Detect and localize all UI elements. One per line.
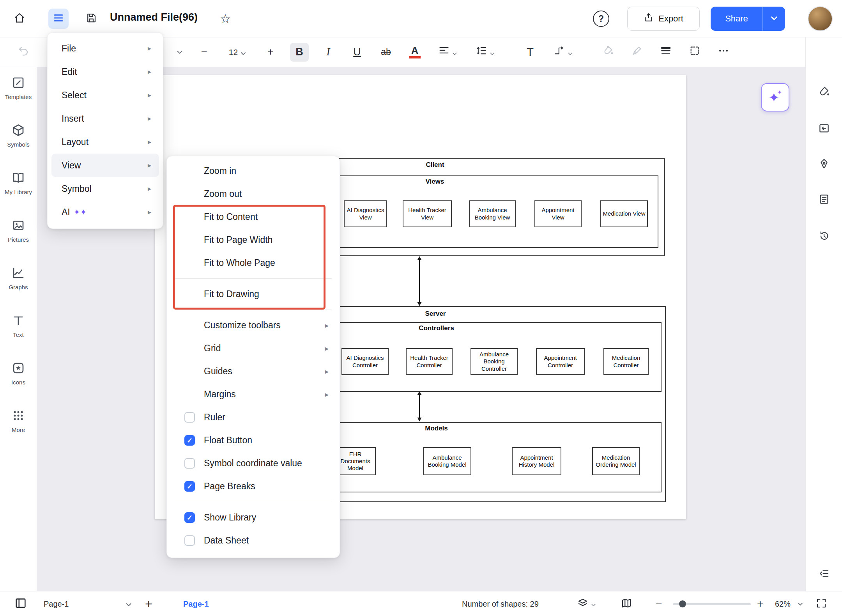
undo-button[interactable]	[14, 43, 33, 62]
minimap-button[interactable]	[621, 591, 632, 616]
sidebar-item-symbols[interactable]: Symbols	[0, 123, 37, 171]
collapse-panel-button[interactable]	[815, 565, 833, 584]
sidebar-item-pictures[interactable]: Pictures	[0, 218, 37, 266]
submenu-item-grid[interactable]: Grid▸	[172, 337, 335, 360]
show-library-checkbox[interactable]	[184, 512, 195, 523]
float-button-checkbox[interactable]	[184, 435, 195, 446]
underline-button[interactable]: U	[348, 43, 366, 62]
import-panel-button[interactable]	[815, 120, 833, 138]
submenu-item-fit-to-content[interactable]: Fit to Content	[172, 205, 335, 228]
ruler-checkbox[interactable]	[184, 412, 195, 423]
view-shape[interactable]: Ambulance Booking View	[469, 200, 516, 227]
menu-item-select[interactable]: Select▸	[51, 83, 159, 107]
fullscreen-button[interactable]	[815, 591, 827, 616]
model-shape[interactable]: Appointment History Model	[512, 447, 561, 475]
zoom-level-chevron[interactable]	[798, 591, 803, 616]
font-size-select[interactable]: 12	[224, 43, 251, 62]
view-shape[interactable]: Medication View	[600, 200, 648, 227]
submenu-item-fit-to-whole-page[interactable]: Fit to Whole Page	[172, 251, 335, 274]
line-spacing-button[interactable]	[472, 43, 499, 62]
page-selector[interactable]: Page-1	[44, 591, 132, 616]
view-shape[interactable]: Appointment View	[534, 200, 582, 227]
font-size-increase-button[interactable]: +	[261, 43, 280, 62]
submenu-item-float-button[interactable]: Float Button	[172, 429, 335, 452]
share-dropdown-button[interactable]	[762, 7, 785, 31]
connector-tool-button[interactable]	[550, 43, 577, 62]
model-shape[interactable]: EHR Documents Model	[335, 447, 376, 475]
italic-button[interactable]: I	[319, 43, 338, 62]
layers-button[interactable]	[577, 591, 596, 616]
save-button[interactable]	[81, 9, 101, 29]
history-panel-button[interactable]	[815, 227, 833, 246]
export-button[interactable]: Export	[627, 7, 700, 31]
submenu-item-margins[interactable]: Margins▸	[172, 383, 335, 406]
highlighter-button[interactable]	[628, 43, 646, 62]
zoom-level[interactable]: 62%	[775, 591, 791, 616]
menu-item-view[interactable]: View▸	[51, 154, 159, 177]
theme-format-button[interactable]	[815, 83, 833, 102]
zoom-slider-track[interactable]	[673, 603, 751, 605]
submenu-item-guides[interactable]: Guides▸	[172, 360, 335, 383]
menu-item-insert[interactable]: Insert▸	[51, 107, 159, 130]
submenu-item-page-breaks[interactable]: Page Breaks	[172, 475, 335, 498]
controller-shape[interactable]: Medication Controller	[603, 348, 649, 375]
client-server-connector[interactable]	[416, 256, 423, 306]
controller-shape[interactable]: Health Tracker Controller	[406, 348, 453, 375]
view-shape[interactable]: Health Tracker View	[403, 200, 452, 227]
menu-item-file[interactable]: File▸	[51, 37, 159, 60]
font-size-decrease-button[interactable]: −	[195, 43, 214, 62]
submenu-item-zoom-in[interactable]: Zoom in	[172, 159, 335, 182]
add-page-button[interactable]: +	[145, 591, 152, 616]
help-button[interactable]: ?	[591, 9, 611, 29]
symbol-tools-button[interactable]	[815, 155, 833, 174]
notes-panel-button[interactable]	[815, 191, 833, 209]
fill-color-button[interactable]	[599, 43, 617, 62]
font-family-select-chevron[interactable]	[175, 43, 185, 62]
menu-item-ai[interactable]: AI✦✦▸	[51, 200, 159, 224]
main-menu-button[interactable]	[48, 9, 69, 29]
symbol-coordinate-checkbox[interactable]	[184, 458, 195, 469]
more-tools-button[interactable]	[714, 43, 733, 62]
font-color-button[interactable]: A	[405, 43, 424, 62]
sidebar-item-more[interactable]: More	[0, 409, 37, 456]
border-style-button[interactable]	[685, 43, 704, 62]
menu-item-layout[interactable]: Layout▸	[51, 130, 159, 154]
controller-shape[interactable]: Appointment Controller	[536, 348, 585, 375]
sidebar-item-icons[interactable]: Icons	[0, 361, 37, 409]
line-style-button[interactable]	[656, 43, 675, 62]
submenu-item-customize-toolbars[interactable]: Customize toolbars▸	[172, 314, 335, 337]
sidebar-item-graphs[interactable]: Graphs	[0, 266, 37, 313]
bold-button[interactable]: B	[290, 43, 309, 62]
model-shape[interactable]: Medication Ordering Model	[592, 447, 640, 475]
page-breaks-checkbox[interactable]	[184, 481, 195, 492]
text-align-button[interactable]	[434, 43, 462, 62]
share-button[interactable]: Share	[711, 7, 762, 31]
user-avatar[interactable]	[808, 6, 833, 31]
zoom-slider-handle[interactable]	[679, 600, 686, 607]
page-overview-button[interactable]	[14, 591, 27, 616]
data-sheet-checkbox[interactable]	[184, 535, 195, 546]
sidebar-item-my-library[interactable]: My Library	[0, 171, 37, 218]
menu-item-edit[interactable]: Edit▸	[51, 60, 159, 83]
submenu-item-symbol-coordinate-value[interactable]: Symbol coordinate value	[172, 452, 335, 475]
submenu-item-ruler[interactable]: Ruler	[172, 406, 335, 429]
zoom-out-button[interactable]: −	[656, 591, 662, 616]
submenu-item-fit-to-drawing[interactable]: Fit to Drawing	[172, 283, 335, 306]
ai-assistant-button[interactable]: ✦✦	[761, 83, 789, 112]
submenu-item-fit-to-page-width[interactable]: Fit to Page Width	[172, 228, 335, 251]
view-shape[interactable]: AI Diagnostics View	[344, 200, 387, 227]
favorite-star-button[interactable]: ☆	[215, 9, 235, 29]
sidebar-item-templates[interactable]: Templates	[0, 76, 37, 123]
home-button[interactable]	[9, 9, 30, 29]
page-tab[interactable]: Page-1	[183, 591, 209, 616]
controller-shape[interactable]: AI Diagnostics Controller	[341, 348, 389, 375]
submenu-item-show-library[interactable]: Show Library	[172, 506, 335, 529]
text-tool-button[interactable]: T	[521, 43, 540, 62]
strikethrough-button[interactable]: ab	[377, 43, 395, 62]
sidebar-item-text[interactable]: Text	[0, 313, 37, 361]
submenu-item-zoom-out[interactable]: Zoom out	[172, 182, 335, 205]
model-shape[interactable]: Ambulance Booking Model	[423, 447, 471, 475]
controller-shape[interactable]: Ambulance Booking Controller	[471, 348, 518, 375]
zoom-in-button[interactable]: +	[757, 591, 763, 616]
submenu-item-data-sheet[interactable]: Data Sheet	[172, 529, 335, 552]
